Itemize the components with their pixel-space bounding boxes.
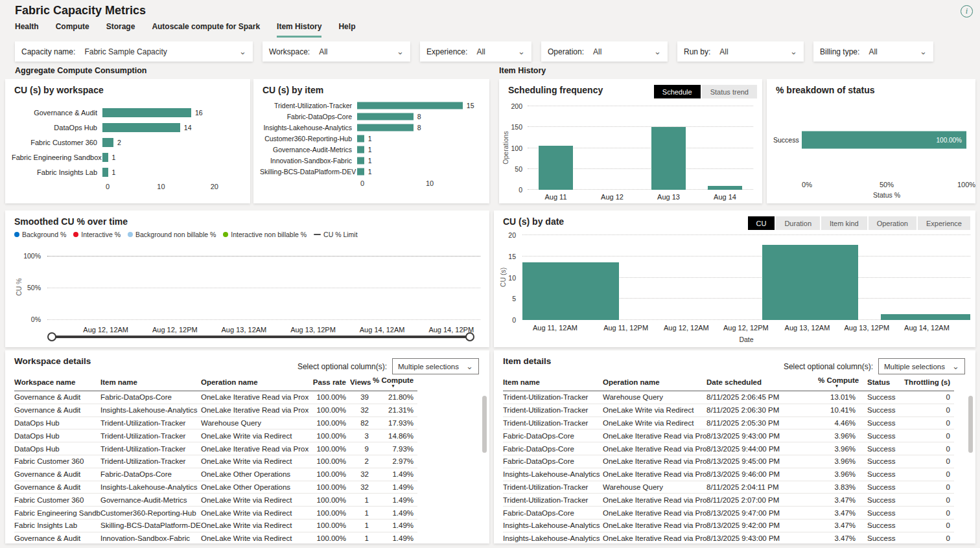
table-row[interactable]: Fabric-DataOps-CoreOneLake Iterative Rea… — [503, 455, 954, 468]
table-row[interactable]: Governance & AuditInsights-Lakehouse-Ana… — [14, 404, 417, 417]
column-header-compute[interactable]: % Compute▾ — [373, 376, 417, 388]
workspace-details-scrollbar[interactable] — [482, 396, 487, 453]
bar-value-label: 8 — [417, 124, 421, 131]
tab-compute[interactable]: Compute — [56, 22, 89, 38]
table-row[interactable]: Governance & AuditInsights-Lakehouse-Ana… — [14, 481, 417, 494]
bar[interactable] — [357, 124, 414, 131]
tab-storage[interactable]: Storage — [106, 22, 135, 38]
table-row[interactable]: Governance & AuditFabric-DataOps-CoreOne… — [14, 468, 417, 481]
table-row[interactable]: Trident-Utilization-TrackerOneLake Write… — [503, 417, 954, 430]
table-row[interactable]: Fabric-DataOps-CoreOneLake Iterative Rea… — [503, 442, 954, 455]
cell-workspace-name: Governance & Audit — [14, 406, 100, 414]
filter-dropdown-billing-type[interactable]: All⌄ — [869, 47, 927, 56]
item-details-scrollbar[interactable] — [968, 396, 973, 453]
table-row[interactable]: Insights-Lakehouse-AnalyticsOneLake Iter… — [503, 532, 954, 543]
column-header-workspace-name[interactable]: Workspace name — [14, 378, 100, 386]
bar[interactable] — [102, 138, 113, 147]
column-header-item-name[interactable]: Item name — [100, 378, 201, 386]
workspace-details-optional-columns-dropdown[interactable]: Multiple selections⌄ — [392, 358, 479, 374]
table-row[interactable]: Trident-Utilization-TrackerOneLake Itera… — [503, 494, 954, 507]
cell-throttling-s: 0 — [904, 419, 954, 427]
cell-compute: 1.49% — [373, 496, 417, 504]
dot-marker-icon — [223, 232, 228, 237]
filter-dropdown-operation[interactable]: All⌄ — [593, 47, 661, 56]
filter-dropdown-capacity-name[interactable]: Fabric Sample Capacity⌄ — [84, 47, 246, 56]
slider-handle-end[interactable] — [465, 332, 474, 341]
dropdown-value: Multiple selections — [398, 363, 462, 371]
dot-marker-icon — [73, 232, 78, 237]
column-header-date-scheduled[interactable]: Date scheduled — [706, 378, 818, 386]
table-row[interactable]: Trident-Utilization-TrackerOneLake Write… — [503, 404, 954, 417]
table-row[interactable]: Fabric-DataOps-CoreOneLake Iterative Rea… — [503, 507, 954, 519]
bar[interactable] — [102, 108, 191, 117]
time-range-slider[interactable] — [52, 336, 470, 338]
bar-2[interactable] — [762, 245, 859, 320]
bar[interactable]: 100.00% — [802, 131, 966, 149]
bar-1[interactable] — [522, 262, 619, 320]
cu-by-date-toggle-cu[interactable]: CU — [748, 216, 775, 230]
cu-by-date-toggle-duration[interactable]: Duration — [776, 216, 820, 230]
cell-operation-name: OneLake Iterative Read via Proxy — [603, 457, 706, 465]
bar[interactable] — [102, 123, 180, 132]
bar[interactable] — [102, 168, 108, 177]
table-row[interactable]: Fabric Insights LabSkilling-BCS-DataPlat… — [14, 519, 417, 532]
cu-by-date-toggle-operation[interactable]: Operation — [869, 216, 916, 230]
category-label: Customer360-Reporting-Hub — [260, 135, 357, 143]
legend-item-background-non-billable[interactable]: Background non billable % — [128, 231, 216, 238]
bar[interactable] — [357, 146, 364, 153]
slider-handle-start[interactable] — [47, 332, 56, 341]
table-row[interactable]: DataOps HubTrident-Utilization-TrackerOn… — [14, 442, 417, 455]
table-row[interactable]: Insights-Lakehouse-AnalyticsOneLake Iter… — [503, 519, 954, 532]
bar[interactable] — [357, 168, 364, 175]
filter-dropdown-experience[interactable]: All⌄ — [476, 47, 525, 56]
column-header-operation-name[interactable]: Operation name — [201, 378, 309, 386]
column-header-compute[interactable]: % Compute▾ — [818, 376, 859, 388]
cu-by-date-toggle-item-kind[interactable]: Item kind — [821, 216, 867, 230]
tab-health[interactable]: Health — [15, 22, 39, 38]
tab-item-history[interactable]: Item History — [277, 22, 321, 38]
column-header-throttling-s[interactable]: Throttling (s) — [904, 378, 954, 386]
legend-item-cu-limit[interactable]: CU % Limit — [314, 231, 358, 238]
column-header-views[interactable]: Views — [350, 378, 373, 386]
table-row[interactable]: DataOps HubTrident-Utilization-TrackerOn… — [14, 429, 417, 442]
legend-item-interactive[interactable]: Interactive % — [73, 231, 121, 238]
bar-value-label: 1 — [112, 154, 116, 161]
table-row[interactable]: Trident-Utilization-TrackerWarehouse Que… — [503, 391, 954, 404]
legend-item-background[interactable]: Background % — [14, 231, 66, 238]
scheduling-toggle-schedule[interactable]: Schedule — [654, 85, 701, 98]
bar[interactable] — [357, 157, 364, 164]
table-row[interactable]: DataOps HubTrident-Utilization-TrackerWa… — [14, 417, 417, 430]
bar-aug-14[interactable] — [708, 186, 741, 190]
scheduling-toggle-status-trend[interactable]: Status trend — [702, 85, 757, 98]
bar[interactable] — [102, 153, 108, 162]
filter-dropdown-run-by[interactable]: All⌄ — [719, 47, 797, 56]
column-header-pass-rate[interactable]: Pass rate — [309, 378, 350, 386]
bar-aug-13[interactable] — [651, 127, 685, 190]
legend-item-interactive-non-billable[interactable]: Interactive non billable % — [223, 231, 307, 238]
column-header-status[interactable]: Status — [859, 378, 904, 386]
bar[interactable] — [357, 135, 364, 142]
table-row[interactable]: Fabric Engineering SandboxCustomer360-Re… — [14, 507, 417, 519]
tab-help[interactable]: Help — [338, 22, 355, 38]
table-row[interactable]: Governance & AuditFabric-DataOps-CoreOne… — [14, 391, 417, 404]
cu-by-date-toggle-experience[interactable]: Experience — [918, 216, 970, 230]
filter-workspace: Workspace:All⌄ — [262, 41, 410, 62]
table-row[interactable]: Trident-Utilization-TrackerWarehouse Que… — [503, 481, 954, 494]
bar[interactable] — [357, 102, 463, 109]
bar-row: Fabric Engineering Sandbox1 — [12, 150, 241, 165]
table-row[interactable]: Insights-Lakehouse-AnalyticsOneLake Iter… — [503, 468, 954, 481]
table-row[interactable]: Fabric-DataOps-CoreOneLake Iterative Rea… — [503, 429, 954, 442]
column-header-item-name[interactable]: Item name — [503, 378, 603, 386]
info-icon[interactable]: i — [961, 5, 973, 17]
column-header-operation-name[interactable]: Operation name — [603, 378, 706, 386]
table-row[interactable]: Governance & AuditInnovation-Sandbox-Fab… — [14, 532, 417, 543]
bar-aug-11[interactable] — [539, 146, 572, 190]
cell-item-name: Insights-Lakehouse-Analytics — [100, 483, 201, 491]
table-row[interactable]: Fabric Customer 360Governance-Audit-Metr… — [14, 494, 417, 507]
bar[interactable] — [357, 113, 414, 120]
tab-autoscale-compute-for-spark[interactable]: Autoscale compute for Spark — [152, 22, 260, 38]
bar-3[interactable] — [881, 314, 970, 320]
item-details-optional-columns-dropdown[interactable]: Multiple selections⌄ — [878, 358, 965, 374]
filter-dropdown-workspace[interactable]: All⌄ — [319, 47, 404, 56]
table-row[interactable]: Fabric Customer 360Trident-Utilization-T… — [14, 455, 417, 468]
